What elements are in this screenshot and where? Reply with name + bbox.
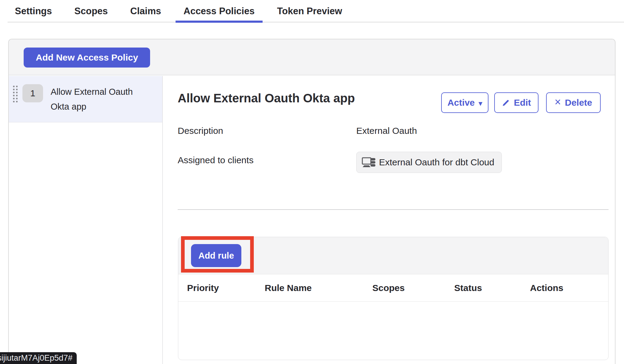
tab-scopes-label: Scopes bbox=[74, 6, 108, 17]
assigned-to-clients-label: Assigned to clients bbox=[178, 155, 253, 165]
column-header-status: Status bbox=[454, 283, 530, 293]
tab-settings[interactable]: Settings bbox=[7, 0, 60, 22]
policy-list-item[interactable]: 1 Allow External Oauth Okta app bbox=[9, 76, 162, 122]
rules-toolbar: Add rule bbox=[178, 237, 608, 274]
section-divider bbox=[178, 209, 609, 210]
column-header-rule-name: Rule Name bbox=[265, 283, 372, 293]
policy-title: Allow External Oauth Okta app bbox=[178, 91, 355, 105]
policy-list-sidebar: 1 Allow External Oauth Okta app bbox=[9, 76, 163, 364]
tab-token-preview-label: Token Preview bbox=[277, 6, 342, 17]
tab-access-policies[interactable]: Access Policies bbox=[176, 0, 262, 22]
pencil-icon bbox=[502, 99, 510, 107]
policy-name: Allow External Oauth Okta app bbox=[51, 84, 151, 114]
policies-toolbar: Add New Access Policy bbox=[9, 39, 615, 75]
link-preview-statusbar: usijiutarM7Aj0Ep5d7# bbox=[0, 352, 77, 364]
tab-claims[interactable]: Claims bbox=[122, 0, 169, 22]
edit-button-label: Edit bbox=[514, 98, 531, 108]
rules-card: Add rule Priority Rule Name Scopes Statu… bbox=[178, 237, 609, 360]
policy-priority-badge: 1 bbox=[22, 84, 43, 102]
rules-table-empty-body bbox=[178, 302, 608, 360]
drag-handle-icon[interactable] bbox=[13, 86, 18, 102]
access-policies-panel: Add New Access Policy 1 Allow External O… bbox=[8, 39, 616, 364]
rules-table-header-row: Priority Rule Name Scopes Status Actions bbox=[178, 274, 608, 302]
description-label: Description bbox=[178, 126, 223, 136]
tab-access-policies-label: Access Policies bbox=[183, 6, 254, 17]
policy-status-label: Active bbox=[448, 98, 475, 108]
tab-claims-label: Claims bbox=[130, 6, 161, 17]
assigned-client-name: External Oauth for dbt Cloud bbox=[379, 157, 494, 167]
tab-scopes[interactable]: Scopes bbox=[66, 0, 116, 22]
add-new-access-policy-button[interactable]: Add New Access Policy bbox=[24, 48, 150, 68]
column-header-actions: Actions bbox=[530, 283, 608, 293]
column-header-scopes: Scopes bbox=[372, 283, 454, 293]
assigned-client-chip: External Oauth for dbt Cloud bbox=[356, 152, 502, 173]
chevron-down-icon: ▾ bbox=[479, 100, 482, 107]
description-value: External Oauth bbox=[356, 126, 417, 136]
tab-settings-label: Settings bbox=[15, 6, 52, 17]
tab-token-preview[interactable]: Token Preview bbox=[269, 0, 350, 22]
edit-policy-button[interactable]: Edit bbox=[494, 92, 538, 113]
close-icon: × bbox=[555, 97, 561, 108]
link-preview-text: usijiutarM7Aj0Ep5d7# bbox=[0, 353, 72, 363]
authorization-server-tabbar: Settings Scopes Claims Access Policies T… bbox=[0, 0, 624, 22]
monitor-database-icon bbox=[361, 156, 376, 169]
delete-policy-button[interactable]: × Delete bbox=[546, 92, 601, 113]
add-rule-button[interactable]: Add rule bbox=[191, 244, 241, 267]
policy-status-dropdown-button[interactable]: Active ▾ bbox=[441, 92, 488, 113]
column-header-priority: Priority bbox=[187, 283, 265, 293]
delete-button-label: Delete bbox=[565, 98, 592, 108]
